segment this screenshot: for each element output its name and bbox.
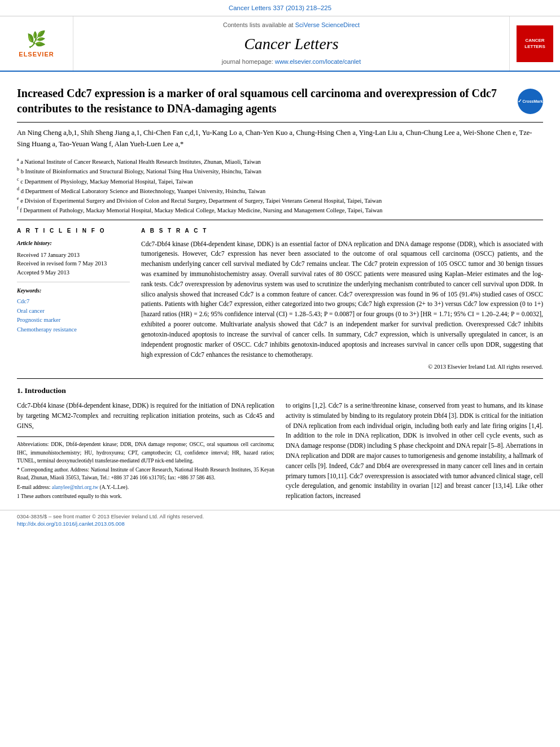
info-abstract-section: A R T I C L E I N F O Article history: R… — [17, 220, 543, 379]
elsevier-logo-area: 🌿 ELSEVIER — [0, 16, 73, 71]
authors-section: An Ning Cheng a,b,1, Shih Sheng Jiang a,… — [17, 123, 543, 154]
intro-title: 1. Introduction — [17, 386, 543, 396]
email-address[interactable]: alanylee@nhri.org.tw — [52, 484, 98, 490]
article-body: Increased Cdc7 expression is a marker of… — [0, 72, 560, 510]
intro-columns: Cdc7-Dbf4 kinase (Dbf4-dependent kinase,… — [17, 401, 543, 501]
doi-link[interactable]: http://dx.doi.org/10.1016/j.canlet.2013.… — [17, 521, 125, 527]
issn-text: 0304-3835/$ – see front matter © 2013 El… — [17, 513, 543, 520]
copyright-notice: © 2013 Elsevier Ireland Ltd. All rights … — [141, 363, 543, 372]
keyword-2[interactable]: Oral cancer — [17, 307, 130, 316]
revised-date: Received in revised form 7 May 2013 — [17, 259, 130, 268]
accepted-date: Accepted 9 May 2013 — [17, 268, 130, 277]
email-suffix: (A.Y.-L.Lee). — [100, 484, 129, 490]
page: Cancer Letters 337 (2013) 218–225 🌿 ELSE… — [0, 0, 560, 747]
keywords-label: Keywords: — [17, 287, 130, 295]
abstract-text: Cdc7-Dbf4 kinase (Dbf4-dependent kinase,… — [141, 239, 543, 360]
authors-list: An Ning Cheng a,b,1, Shih Sheng Jiang a,… — [17, 129, 532, 148]
introduction-section: 1. Introduction Cdc7-Dbf4 kinase (Dbf4-d… — [17, 379, 543, 501]
footnotes-section: Abbreviations: DDK, Dbf4-dependent kinas… — [17, 436, 274, 500]
corresponding-text: * Corresponding author. Address: Nationa… — [17, 467, 274, 480]
keyword-1[interactable]: Cdc7 — [17, 297, 130, 307]
elsevier-plant-icon: 🌿 — [27, 28, 46, 50]
journal-homepage: journal homepage: www.elsevier.com/locat… — [222, 58, 361, 66]
crossmark-label: CrossMark — [522, 99, 542, 104]
corresponding-author-footnote: * Corresponding author. Address: Nationa… — [17, 466, 274, 482]
info-divider — [17, 282, 130, 282]
bottom-bar: 0304-3835/$ – see front matter © 2013 El… — [0, 510, 560, 530]
contents-prefix: Contents lists available at — [223, 21, 294, 28]
affiliation-c: c c Department of Physiology, Mackay Mem… — [17, 176, 543, 186]
homepage-link[interactable]: www.elsevier.com/locate/canlet — [275, 58, 361, 65]
keyword-3[interactable]: Prognostic marker — [17, 316, 130, 325]
affiliations-section: a a National Institute of Cancer Researc… — [17, 154, 543, 220]
abstract-header: A B S T R A C T — [141, 227, 543, 235]
affiliation-e: e e Division of Experimental Surgery and… — [17, 195, 543, 205]
equal-contrib-footnote: 1 These authors contributed equally to t… — [17, 492, 274, 500]
cancer-letters-logo: CANCERLETTERS — [517, 25, 553, 62]
keyword-4[interactable]: Chemotherapy resistance — [17, 325, 130, 335]
article-title: Increased Cdc7 expression is a marker of… — [17, 86, 518, 116]
title-section: Increased Cdc7 expression is a marker of… — [17, 80, 543, 123]
abstract-column: A B S T R A C T Cdc7-Dbf4 kinase (Dbf4-d… — [141, 227, 543, 372]
intro-title-text: Introduction — [25, 386, 66, 395]
crossmark-badge[interactable]: ✓CrossMark — [518, 89, 543, 114]
affiliation-d: d d Department of Medical Laboratory Sci… — [17, 186, 543, 195]
received-date: Received 17 January 2013 — [17, 251, 130, 260]
abbreviations-text: Abbreviations: DDK, Dbf4-dependent kinas… — [17, 442, 274, 464]
cancer-letters-logo-area: CANCERLETTERS — [509, 16, 560, 71]
journal-reference: Cancer Letters 337 (2013) 218–225 — [229, 3, 331, 12]
affiliation-b: b b Institute of Bioinformatics and Stru… — [17, 166, 543, 176]
affiliation-a: a a National Institute of Cancer Researc… — [17, 156, 543, 166]
intro-col-right: to origins [1,2]. Cdc7 is a serine/threo… — [286, 401, 543, 501]
intro-number: 1. — [17, 386, 23, 395]
email-label: E-mail address: — [17, 484, 50, 490]
article-info-header: A R T I C L E I N F O — [17, 227, 130, 235]
elsevier-brand: ELSEVIER — [19, 50, 54, 59]
article-history-label: Article history: — [17, 239, 130, 247]
email-footnote: E-mail address: alanylee@nhri.org.tw (A.… — [17, 483, 274, 491]
article-info-column: A R T I C L E I N F O Article history: R… — [17, 227, 130, 372]
intro-para-col2: to origins [1,2]. Cdc7 is a serine/threo… — [286, 401, 543, 501]
abbreviations-footnote: Abbreviations: DDK, Dbf4-dependent kinas… — [17, 440, 274, 465]
journal-header: 🌿 ELSEVIER Contents lists available at S… — [0, 16, 560, 72]
intro-para-col1: Cdc7-Dbf4 kinase (Dbf4-dependent kinase,… — [17, 401, 274, 431]
intro-col-left: Cdc7-Dbf4 kinase (Dbf4-dependent kinase,… — [17, 401, 274, 501]
journal-title: Cancer Letters — [244, 33, 338, 55]
journal-info-center: Contents lists available at SciVerse Sci… — [73, 16, 509, 71]
journal-reference-bar: Cancer Letters 337 (2013) 218–225 — [0, 0, 560, 16]
affiliation-f: f f Department of Pathology, Mackay Memo… — [17, 205, 543, 215]
equal-contrib-text: 1 These authors contributed equally to t… — [17, 493, 122, 499]
contents-available-text: Contents lists available at SciVerse Sci… — [223, 21, 360, 29]
sciverse-link[interactable]: SciVerse ScienceDirect — [295, 21, 360, 28]
